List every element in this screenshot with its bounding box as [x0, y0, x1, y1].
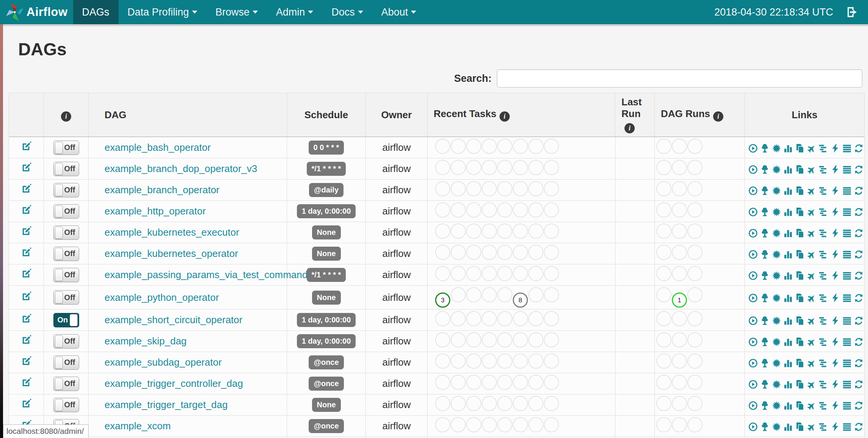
- task-state-circle[interactable]: [451, 139, 466, 154]
- task-state-circle[interactable]: [497, 160, 512, 175]
- dag-run-circle[interactable]: [687, 160, 703, 175]
- dag-pause-toggle[interactable]: On: [53, 313, 79, 327]
- code-view-icon[interactable]: [831, 401, 840, 410]
- dag-link[interactable]: example_kubernetes_operator: [105, 248, 238, 259]
- dag-run-circle[interactable]: [656, 332, 671, 347]
- task-state-circle[interactable]: [451, 160, 466, 175]
- task-instances-icon[interactable]: [842, 337, 852, 347]
- task-duration-icon[interactable]: [784, 165, 793, 174]
- task-instances-icon[interactable]: [842, 207, 852, 217]
- trigger-dag-icon[interactable]: [748, 337, 758, 347]
- dag-run-circle[interactable]: [672, 139, 687, 154]
- landing-times-icon[interactable]: [807, 380, 816, 389]
- info-icon[interactable]: [61, 111, 71, 122]
- graph-view-icon[interactable]: [772, 337, 781, 347]
- edit-dag-icon[interactable]: [21, 226, 32, 236]
- task-state-circle[interactable]: [482, 181, 497, 196]
- dag-run-circle[interactable]: [656, 202, 671, 217]
- task-state-circle[interactable]: [544, 311, 559, 326]
- edit-dag-icon[interactable]: [21, 335, 32, 345]
- dag-run-circle[interactable]: [687, 287, 703, 302]
- task-state-circle[interactable]: [451, 202, 466, 217]
- gantt-icon[interactable]: [819, 358, 828, 368]
- trigger-dag-icon[interactable]: [748, 271, 758, 280]
- task-state-circle[interactable]: [544, 332, 559, 347]
- task-state-circle[interactable]: [513, 375, 528, 390]
- task-instances-icon[interactable]: [842, 422, 852, 432]
- task-instances-icon[interactable]: [842, 271, 852, 280]
- dag-pause-toggle[interactable]: Off: [53, 355, 79, 370]
- task-state-circle[interactable]: [435, 160, 450, 175]
- dag-run-circle[interactable]: [656, 181, 671, 196]
- task-tries-icon[interactable]: [795, 186, 805, 196]
- task-state-circle[interactable]: [513, 160, 528, 175]
- edit-dag-icon[interactable]: [21, 398, 32, 409]
- dag-pause-toggle[interactable]: Off: [53, 247, 79, 261]
- task-state-circle[interactable]: [528, 287, 543, 302]
- code-view-icon[interactable]: [831, 144, 840, 153]
- trigger-dag-icon[interactable]: [748, 207, 758, 217]
- landing-times-icon[interactable]: [807, 358, 816, 368]
- task-state-circle[interactable]: [544, 354, 559, 369]
- task-state-circle[interactable]: [513, 266, 528, 281]
- landing-times-icon[interactable]: [807, 250, 816, 259]
- edit-dag-icon[interactable]: [21, 313, 32, 324]
- task-state-circle[interactable]: [466, 375, 481, 390]
- refresh-icon[interactable]: [854, 316, 863, 325]
- task-state-circle[interactable]: [435, 311, 450, 326]
- gantt-icon[interactable]: [819, 228, 828, 238]
- landing-times-icon[interactable]: [807, 144, 816, 153]
- trigger-dag-icon[interactable]: [748, 250, 758, 259]
- task-state-circle[interactable]: [497, 224, 512, 239]
- refresh-icon[interactable]: [854, 293, 863, 303]
- task-instances-icon[interactable]: [842, 228, 852, 238]
- task-state-circle[interactable]: [513, 245, 528, 260]
- dag-link[interactable]: example_python_operator: [105, 292, 219, 303]
- task-duration-icon[interactable]: [784, 293, 793, 303]
- tree-view-icon[interactable]: [760, 250, 770, 259]
- gantt-icon[interactable]: [819, 271, 828, 280]
- dag-link[interactable]: example_trigger_controller_dag: [105, 378, 243, 389]
- task-state-circle[interactable]: [497, 396, 512, 411]
- landing-times-icon[interactable]: [807, 228, 816, 238]
- dag-run-circle[interactable]: [687, 332, 703, 347]
- gantt-icon[interactable]: [819, 250, 828, 259]
- task-state-circle[interactable]: [451, 354, 466, 369]
- task-instances-icon[interactable]: [842, 358, 852, 368]
- graph-view-icon[interactable]: [772, 271, 781, 280]
- dag-pause-toggle[interactable]: Off: [53, 141, 79, 155]
- airflow-brand[interactable]: Airflow: [0, 0, 73, 24]
- nav-item-about[interactable]: About: [372, 0, 426, 24]
- dag-run-circle[interactable]: [687, 396, 703, 411]
- landing-times-icon[interactable]: [807, 293, 816, 303]
- dag-run-circle[interactable]: [656, 311, 671, 326]
- dag-run-circle[interactable]: [656, 396, 671, 411]
- dag-run-circle[interactable]: [687, 202, 703, 217]
- task-state-circle[interactable]: [451, 417, 466, 432]
- task-state-circle[interactable]: [451, 224, 466, 239]
- task-state-circle[interactable]: [513, 202, 528, 217]
- dag-run-circle[interactable]: [656, 245, 671, 260]
- nav-item-browse[interactable]: Browse: [206, 0, 267, 24]
- task-instances-icon[interactable]: [842, 250, 852, 259]
- task-state-circle[interactable]: [466, 139, 481, 154]
- task-state-circle[interactable]: [451, 181, 466, 196]
- tree-view-icon[interactable]: [760, 422, 770, 432]
- task-state-circle[interactable]: [497, 417, 512, 432]
- task-tries-icon[interactable]: [795, 337, 805, 347]
- task-state-circle[interactable]: [435, 181, 450, 196]
- task-state-circle[interactable]: [544, 245, 559, 260]
- task-state-circle[interactable]: [513, 332, 528, 347]
- graph-view-icon[interactable]: [772, 144, 781, 153]
- trigger-dag-icon[interactable]: [748, 422, 758, 432]
- task-tries-icon[interactable]: [795, 165, 805, 174]
- dag-link[interactable]: example_skip_dag: [105, 335, 187, 347]
- task-state-circle[interactable]: [435, 332, 450, 347]
- edit-dag-icon[interactable]: [21, 356, 32, 366]
- refresh-icon[interactable]: [854, 271, 863, 280]
- edit-dag-icon[interactable]: [21, 183, 32, 194]
- dag-run-circle[interactable]: 1: [672, 293, 687, 308]
- gantt-icon[interactable]: [819, 380, 828, 389]
- gantt-icon[interactable]: [819, 165, 828, 174]
- task-duration-icon[interactable]: [784, 207, 793, 217]
